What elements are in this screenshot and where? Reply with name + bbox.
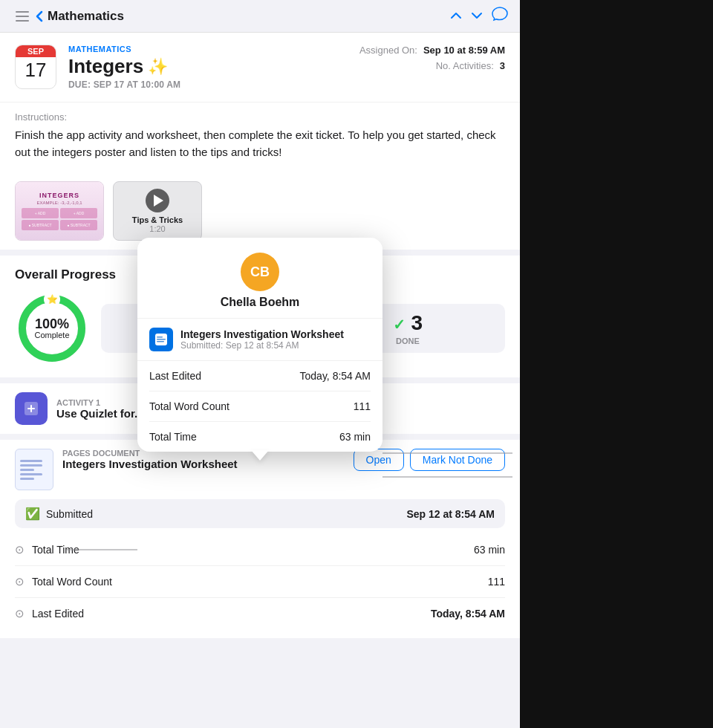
popup-header: CB Chella Boehm bbox=[137, 238, 382, 319]
instructions-section: Instructions: Finish the app activity an… bbox=[0, 102, 520, 172]
assignment-header: SEP 17 MATHEMATICS Integers ✨ DUE: SEP 1… bbox=[0, 33, 520, 102]
assignment-subject: MATHEMATICS bbox=[68, 45, 345, 53]
donut-label: Complete bbox=[34, 331, 69, 339]
submitted-row: ✅ Submitted Sep 12 at 8:54 AM bbox=[15, 499, 505, 528]
word-count-icon: ⊙ bbox=[15, 575, 25, 588]
header-right bbox=[450, 7, 508, 25]
doc-info: PAGES DOCUMENT Integers Investigation Wo… bbox=[62, 449, 345, 470]
comment-button[interactable] bbox=[492, 7, 508, 25]
play-button[interactable] bbox=[146, 189, 169, 212]
stat-done-number: ✓ 3 bbox=[393, 311, 423, 335]
popup-doc-icon bbox=[149, 328, 173, 351]
total-time-value: 63 min bbox=[474, 544, 505, 556]
svg-rect-0 bbox=[16, 11, 29, 13]
black-panel bbox=[520, 0, 713, 728]
donut-chart: 100% Complete ⭐ bbox=[15, 291, 89, 365]
svg-rect-11 bbox=[157, 339, 166, 340]
doc-line-2 bbox=[20, 464, 42, 467]
popup-doc-name: Integers Investigation Worksheet bbox=[180, 328, 344, 340]
doc-line-1 bbox=[20, 460, 42, 462]
popup-doc-row: Integers Investigation Worksheet Submitt… bbox=[137, 319, 382, 361]
donut-center: 100% Complete bbox=[34, 317, 69, 339]
assigned-on-label: Assigned On: bbox=[359, 45, 417, 56]
instructions-text: Finish the app activity and worksheet, t… bbox=[15, 127, 505, 160]
popup-doc-info: Integers Investigation Worksheet Submitt… bbox=[180, 328, 344, 351]
doc-line-5 bbox=[20, 478, 34, 480]
assignment-title-row: Integers ✨ bbox=[68, 55, 345, 78]
popup-detail-rows: Last Edited Today, 8:54 AM Total Word Co… bbox=[137, 361, 382, 452]
submitted-checkmark-icon: ✅ bbox=[25, 507, 40, 521]
popup-doc-submitted: Submitted: Sep 12 at 8:54 AM bbox=[180, 340, 344, 351]
stat-done-value: 3 bbox=[411, 311, 423, 334]
popup-word-count-value: 111 bbox=[354, 400, 371, 412]
donut-percent: 100% bbox=[34, 317, 69, 331]
assigned-on-value: Sep 10 at 8:59 AM bbox=[423, 45, 505, 56]
no-activities-label: No. Activities: bbox=[436, 60, 494, 71]
nav-up-button[interactable] bbox=[450, 8, 462, 24]
svg-rect-1 bbox=[16, 16, 29, 17]
checkmark-icon: ✓ bbox=[393, 316, 406, 333]
no-activities-row: No. Activities: 3 bbox=[436, 60, 505, 71]
assignment-due: DUE: SEP 17 AT 10:00 AM bbox=[68, 79, 345, 90]
avatar: CB bbox=[241, 253, 279, 291]
video-title: Tips & Tricks bbox=[132, 215, 183, 224]
instructions-label: Instructions: bbox=[15, 111, 505, 123]
last-edited-label: Last Edited bbox=[32, 608, 84, 620]
activity-badge bbox=[15, 392, 48, 425]
popup-tail bbox=[251, 450, 269, 461]
poster-grid: + ADD + ADD ● SUBTRACT ● SUBTRACT bbox=[19, 208, 100, 230]
sparkle-icon: ✨ bbox=[148, 57, 168, 77]
detail-row-word-count: ⊙ Total Word Count 111 bbox=[15, 566, 505, 598]
star-badge: ⭐ bbox=[44, 291, 60, 308]
poster-cell-1: + ADD bbox=[22, 208, 59, 218]
back-button[interactable] bbox=[36, 10, 43, 22]
doc-actions: Open Mark Not Done bbox=[354, 449, 505, 471]
submitted-label: Submitted bbox=[46, 508, 93, 520]
mark-not-done-button[interactable]: Mark Not Done bbox=[410, 449, 505, 471]
popup-word-count-label: Total Word Count bbox=[149, 400, 229, 412]
doc-line-3 bbox=[20, 469, 34, 471]
open-button[interactable]: Open bbox=[354, 449, 404, 471]
document-section: PAGES DOCUMENT Integers Investigation Wo… bbox=[0, 440, 520, 638]
popup-detail-row-last-edited: Last Edited Today, 8:54 AM bbox=[149, 361, 371, 391]
detail-row-total-time: ⊙ Total Time 63 min bbox=[15, 534, 505, 566]
popup-detail-row-total-time: Total Time 63 min bbox=[149, 422, 371, 452]
popup-total-time-label: Total Time bbox=[149, 431, 197, 443]
assigned-on-row: Assigned On: Sep 10 at 8:59 AM bbox=[359, 45, 505, 56]
integers-poster[interactable]: INTEGERS EXAMPLE: -3,-2,-1,0,1 + ADD + A… bbox=[15, 181, 104, 241]
sidebar-toggle-button[interactable] bbox=[12, 6, 33, 27]
svg-rect-12 bbox=[157, 341, 164, 342]
total-time-icon: ⊙ bbox=[15, 543, 25, 556]
svg-rect-10 bbox=[157, 337, 163, 338]
no-activities-value: 3 bbox=[500, 60, 505, 71]
popup-detail-row-word-count: Total Word Count 111 bbox=[149, 391, 371, 422]
tips-and-tricks-video[interactable]: Tips & Tricks 1:20 bbox=[113, 181, 202, 241]
nav-down-button[interactable] bbox=[471, 8, 483, 24]
poster-cell-3: ● SUBTRACT bbox=[22, 220, 59, 230]
popup-last-edited-value: Today, 8:54 AM bbox=[300, 370, 371, 382]
calendar-day: 17 bbox=[25, 57, 47, 82]
last-edited-value: Today, 8:54 AM bbox=[431, 608, 505, 620]
poster-cell-2: + ADD bbox=[60, 208, 97, 218]
popup-card: CB Chella Boehm Integers Investigation W… bbox=[137, 238, 382, 452]
detail-rows: ⊙ Total Time 63 min ⊙ Total Word Count 1… bbox=[15, 534, 505, 629]
submitted-date: Sep 12 at 8:54 AM bbox=[406, 508, 495, 520]
assignment-info: MATHEMATICS Integers ✨ DUE: SEP 17 AT 10… bbox=[68, 45, 345, 90]
poster-subtitle: EXAMPLE: -3,-2,-1,0,1 bbox=[36, 201, 82, 205]
calendar-month: SEP bbox=[16, 45, 56, 57]
header-title: Mathematics bbox=[48, 9, 124, 24]
assignment-meta: Assigned On: Sep 10 at 8:59 AM No. Activ… bbox=[356, 45, 505, 71]
word-count-value: 111 bbox=[488, 576, 505, 588]
poster-title: INTEGERS bbox=[39, 192, 79, 199]
popup-last-edited-label: Last Edited bbox=[149, 370, 201, 382]
doc-thumbnail bbox=[15, 449, 53, 490]
doc-thumbnail-lines bbox=[16, 455, 53, 484]
doc-name: Integers Investigation Worksheet bbox=[62, 458, 345, 470]
last-edited-icon: ⊙ bbox=[15, 607, 25, 620]
svg-rect-2 bbox=[16, 20, 29, 22]
integers-poster-content: INTEGERS EXAMPLE: -3,-2,-1,0,1 + ADD + A… bbox=[16, 182, 103, 240]
poster-cell-4: ● SUBTRACT bbox=[60, 220, 97, 230]
popup-total-time-value: 63 min bbox=[339, 431, 371, 443]
popup-student-name: Chella Boehm bbox=[221, 296, 300, 309]
assignment-title: Integers bbox=[68, 55, 143, 78]
